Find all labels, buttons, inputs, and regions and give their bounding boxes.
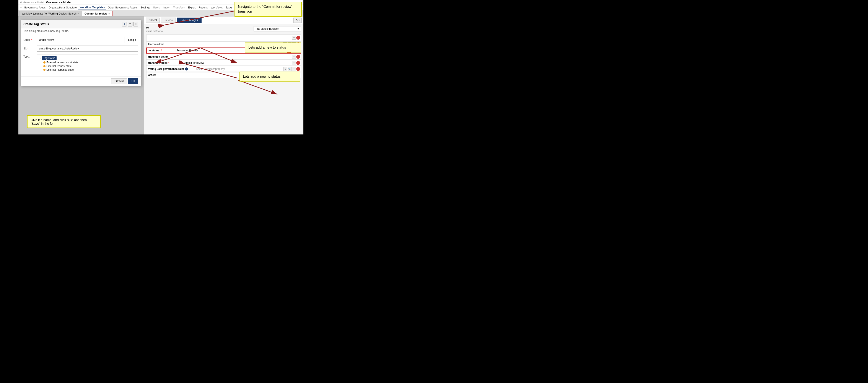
dialog-footer: Preview Ok (21, 76, 141, 86)
nav-workflows[interactable]: Workflows (209, 5, 224, 10)
to-status-label: to status: * (147, 48, 175, 53)
label-field-label: Label: * (23, 38, 35, 41)
tree-children: External request abort state External re… (43, 61, 136, 71)
nav-other-assets[interactable]: Other Governance Assets (106, 5, 139, 10)
field-actions-voting: ▾ 🔍 ▾ − (282, 66, 301, 71)
nav-import[interactable]: Import (161, 5, 172, 10)
app-breadcrumb: Governance Model (23, 1, 43, 4)
nav-org-structure[interactable]: Organizational Structure (47, 5, 78, 10)
tab-search-close[interactable]: ✕ (78, 12, 79, 15)
label-row: Label: * Lang ▾ (23, 37, 138, 43)
tree-item-request[interactable]: External request state (43, 65, 136, 68)
tree-dot-abort (43, 61, 45, 63)
edit-icon: ✏ (20, 6, 22, 9)
type-tree: ▼ Tag status External request abort stat… (37, 54, 138, 73)
remove-btn-voting[interactable]: − (296, 67, 300, 71)
dialog-help-btn[interactable]: ? (128, 22, 132, 26)
annotation-center-right: Lets add a new to status (245, 42, 301, 53)
tab-commit-for-review[interactable]: Commit for review ✕ (82, 11, 113, 16)
field-row-transition-label: transition label: * ▾ − (146, 60, 301, 66)
right-toolbar: Cancel Preview Save Changes ⚙ ▾ (144, 17, 303, 24)
save-changes-button[interactable]: Save Changes (177, 18, 202, 23)
nav-tasks[interactable]: Tasks (224, 5, 234, 10)
field-actions-transition-action: ▾ − (291, 54, 301, 59)
field-row-transition-action: transition action: ▾ − (146, 54, 301, 60)
dialog-info-btn[interactable]: i (122, 22, 127, 26)
lang-dropdown[interactable]: Lang ▾ (126, 37, 138, 43)
voting-label: voting user governance role: + (147, 66, 194, 71)
preview-btn-right[interactable]: Preview (161, 18, 176, 23)
nav-workflow-templates[interactable]: Workflow Templates (78, 5, 106, 10)
expand-btn-tl[interactable]: ▾ (292, 61, 296, 65)
tab-workflow-search[interactable]: Workflow template (for Working Copies) S… (19, 11, 82, 16)
dialog-header: Create Tag Status i ? ✕ (21, 20, 141, 28)
id-field-label: ID: * (23, 47, 35, 50)
right-header: w mmitForReview Tag status transition ▾ (146, 26, 301, 32)
tree-item-abort[interactable]: External request abort state (43, 61, 136, 64)
field-row-empty: ▾ − (146, 34, 301, 41)
voting-info-icon[interactable]: + (185, 67, 188, 70)
transition-action-input[interactable] (181, 54, 291, 59)
field-row-voting: voting user governance role: + ▾ 🔍 ▾ − (146, 66, 301, 72)
voting-input[interactable] (194, 66, 282, 71)
dialog-header-actions: i ? ✕ (122, 22, 138, 26)
nav-settings[interactable]: Settings (139, 5, 152, 10)
black-left-panel (0, 0, 19, 135)
nav-export[interactable]: Export (187, 5, 197, 10)
search-btn-voting[interactable]: 🔍 (288, 67, 291, 71)
nav-governance-areas[interactable]: Governance Areas (23, 5, 47, 10)
transition-action-label: transition action: (147, 54, 181, 59)
order-label: order: (147, 72, 181, 78)
tree-item-response[interactable]: External response state (43, 68, 136, 71)
expand-btn-1[interactable]: ▾ (292, 36, 296, 40)
nav-transform[interactable]: Transform (172, 5, 187, 10)
dialog-close-btn[interactable]: ✕ (133, 22, 138, 26)
dropdown-btn-voting[interactable]: ▾ (283, 67, 287, 71)
expand-btn-voting[interactable]: ▾ (292, 67, 296, 71)
ok-button[interactable]: Ok (128, 78, 138, 84)
left-panel: Create Tag Status i ? ✕ This dialog prod… (19, 17, 144, 135)
field-actions-empty: ▾ − (291, 35, 301, 40)
app-icon: ⚙ (20, 1, 22, 3)
transition-label-input[interactable] (181, 60, 291, 65)
expand-btn-ta[interactable]: ▾ (292, 55, 296, 59)
annotation-navigate: Navigate to the “Commit for review” tran… (235, 2, 302, 17)
right-subtitle: mmitForReview (146, 30, 163, 32)
tree-dot-request (43, 65, 45, 67)
transition-label-label: transition label: * (147, 60, 181, 65)
right-title: w (146, 26, 163, 30)
type-row: Type: ▼ Tag status (23, 54, 138, 73)
nav-reports[interactable]: Reports (197, 5, 209, 10)
app-title: Governance Model (46, 1, 71, 4)
label-input[interactable] (37, 37, 124, 43)
nav-users[interactable]: Users (152, 5, 161, 10)
tree-root-label[interactable]: Tag status (42, 56, 57, 60)
tree-root-item: ▼ Tag status (39, 56, 136, 60)
dialog-body: Label: * Lang ▾ ID: * (21, 34, 141, 76)
id-input[interactable] (37, 46, 138, 52)
annotation-new-status: Lets add a new to status (240, 71, 300, 82)
tab-commit-close[interactable]: ✕ (108, 12, 110, 15)
preview-button[interactable]: Preview (111, 78, 127, 84)
field-actions-transition-label: ▾ − (291, 60, 301, 65)
type-dropdown[interactable]: Tag status transition ▾ (254, 26, 301, 31)
tree-dot-response (43, 69, 45, 71)
dialog-subtitle: This dialog produces a new Tag Status. (21, 28, 141, 34)
dialog-title: Create Tag Status (23, 22, 49, 26)
cancel-button[interactable]: Cancel (146, 18, 159, 23)
remove-btn-tl[interactable]: − (296, 61, 300, 65)
empty-field (147, 35, 291, 41)
type-field-label: Type: (23, 54, 35, 58)
remove-btn-1[interactable]: − (296, 36, 300, 40)
create-tag-status-dialog: Create Tag Status i ? ✕ This dialog prod… (21, 20, 141, 86)
annotation-bottom-left: Give it a name, and click “Ok” and then … (27, 115, 101, 128)
remove-btn-ta[interactable]: − (296, 55, 300, 59)
settings-btn[interactable]: ⚙ ▾ (293, 18, 302, 23)
id-row: ID: * (23, 46, 138, 52)
